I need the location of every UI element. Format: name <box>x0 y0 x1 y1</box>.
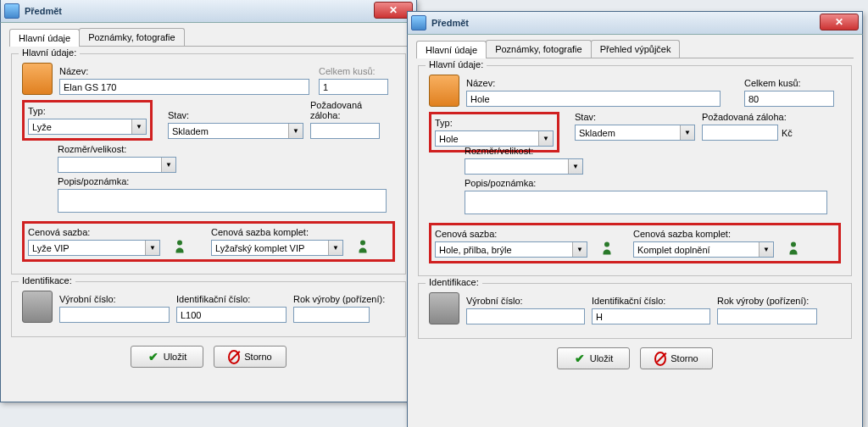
group-legend: Identifikace: <box>19 275 75 286</box>
rok-input[interactable] <box>717 308 817 324</box>
ident-input[interactable] <box>592 308 710 324</box>
cancel-button[interactable]: Storno <box>640 347 713 369</box>
item-icon <box>22 63 53 95</box>
ident-label: Identifikační číslo: <box>592 296 710 306</box>
cenova-komplet-select[interactable] <box>211 240 343 256</box>
tab-poznamky[interactable]: Poznámky, fotografie <box>486 40 592 58</box>
chevron-down-icon[interactable]: ▼ <box>680 125 694 140</box>
group-legend: Hlavní údaje: <box>19 47 80 58</box>
app-icon <box>4 3 19 19</box>
nazev-label: Název: <box>466 78 737 88</box>
typ-label: Typ: <box>28 106 147 116</box>
kusu-input[interactable] <box>744 91 834 107</box>
app-icon <box>411 15 426 30</box>
rozmer-label: Rozměr/velikost: <box>465 146 583 156</box>
save-button[interactable]: ✔Uložit <box>557 347 630 369</box>
popis-label: Popis/poznámka: <box>465 178 841 188</box>
cancel-label: Storno <box>244 352 271 362</box>
cancel-button[interactable]: Storno <box>214 346 287 368</box>
group-identifikace: Identifikace: Výrobní číslo: Identifikač… <box>11 281 406 337</box>
window-title: Předmět <box>431 18 469 28</box>
group-identifikace: Identifikace: Výrobní číslo: Identifikač… <box>418 283 852 339</box>
rozmer-select[interactable] <box>58 157 176 173</box>
dialog-predmet-left: Předmět ✕ Hlavní údaje Poznámky, fotogra… <box>0 0 417 402</box>
button-bar: ✔Uložit Storno <box>1 346 416 368</box>
tab-strip: Hlavní údaje Poznámky, fotografie <box>9 28 408 47</box>
tab-hlavni-udaje[interactable]: Hlavní údaje <box>9 29 80 47</box>
cenova-select[interactable] <box>435 241 587 258</box>
button-bar: ✔Uložit Storno <box>408 347 862 369</box>
rozmer-select[interactable] <box>465 158 583 175</box>
zaloha-label: Požadovaná záloha: <box>310 100 388 120</box>
save-label: Uložit <box>590 353 614 363</box>
chevron-down-icon[interactable]: ▼ <box>759 242 773 257</box>
person-icon[interactable] <box>353 237 372 256</box>
cancel-icon <box>654 352 666 364</box>
person-icon[interactable] <box>784 239 803 258</box>
nazev-input[interactable] <box>59 79 309 95</box>
save-button[interactable]: ✔Uložit <box>131 346 203 368</box>
cenova-komplet-select[interactable] <box>633 241 774 258</box>
cenova-komplet-label: Cenová sazba komplet: <box>211 227 343 237</box>
rok-input[interactable] <box>293 307 370 323</box>
group-legend: Identifikace: <box>426 277 482 287</box>
chevron-down-icon[interactable]: ▼ <box>538 131 553 146</box>
chevron-down-icon[interactable]: ▼ <box>288 124 303 138</box>
popis-input[interactable] <box>465 191 827 214</box>
ident-input[interactable] <box>176 307 287 323</box>
id-icon <box>429 292 459 324</box>
zaloha-input[interactable] <box>310 123 380 139</box>
group-hlavni-udaje: Hlavní údaje: Název: Celkem kusů: Typ: ▼ <box>418 65 852 276</box>
vyrob-input[interactable] <box>59 307 170 323</box>
tab-poznamky[interactable]: Poznámky, fotografie <box>79 28 185 46</box>
cancel-icon <box>228 351 240 363</box>
cenova-select[interactable] <box>28 240 160 256</box>
chevron-down-icon[interactable]: ▼ <box>568 159 582 174</box>
kusu-input[interactable] <box>319 79 388 95</box>
tab-hlavni-udaje[interactable]: Hlavní údaje <box>416 41 487 58</box>
save-label: Uložit <box>164 352 187 362</box>
rok-label: Rok výroby (pořízení): <box>717 296 817 306</box>
chevron-down-icon[interactable]: ▼ <box>161 158 175 172</box>
chevron-down-icon[interactable]: ▼ <box>131 119 146 134</box>
cancel-label: Storno <box>670 353 698 363</box>
nazev-input[interactable] <box>466 91 721 107</box>
typ-select[interactable] <box>435 130 554 147</box>
zaloha-input[interactable] <box>702 125 778 141</box>
stav-select[interactable] <box>168 123 303 139</box>
cenova-komplet-label: Cenová sazba komplet: <box>633 229 774 239</box>
close-button[interactable]: ✕ <box>820 14 859 30</box>
window-title: Předmět <box>25 6 62 16</box>
dialog-predmet-right: Předmět ✕ Hlavní údaje Poznámky, fotogra… <box>407 12 863 427</box>
group-hlavni-udaje: Hlavní údaje: Název: Celkem kusů: Typ: ▼ <box>11 53 406 274</box>
vyrob-label: Výrobní číslo: <box>59 294 170 304</box>
item-icon <box>429 75 459 107</box>
stav-label: Stav: <box>575 112 695 122</box>
group-legend: Hlavní údaje: <box>426 59 487 69</box>
vyrob-label: Výrobní číslo: <box>466 296 585 306</box>
chevron-down-icon[interactable]: ▼ <box>328 241 342 255</box>
popis-input[interactable] <box>58 189 387 213</box>
tab-prehled[interactable]: Přehled výpůjček <box>591 40 681 58</box>
highlight-typ: Typ: ▼ <box>22 100 153 141</box>
kusu-label: Celkem kusů: <box>319 66 388 76</box>
titlebar[interactable]: Předmět ✕ <box>0 0 417 23</box>
cenova-label: Cenová sazba: <box>28 227 160 237</box>
vyrob-input[interactable] <box>466 308 585 324</box>
ident-label: Identifikační číslo: <box>176 294 287 304</box>
titlebar[interactable]: Předmět ✕ <box>407 11 863 35</box>
popis-label: Popis/poznámka: <box>58 176 395 186</box>
stav-select[interactable] <box>575 125 695 141</box>
person-icon[interactable] <box>170 237 189 256</box>
highlight-cenova: Cenová sazba: ▼ Cenová sazba komplet: ▼ <box>429 223 841 263</box>
id-icon <box>22 291 53 323</box>
typ-label: Typ: <box>435 118 554 128</box>
chevron-down-icon[interactable]: ▼ <box>572 242 587 257</box>
chevron-down-icon[interactable]: ▼ <box>145 241 159 255</box>
highlight-typ: Typ: ▼ <box>429 112 559 152</box>
highlight-cenova: Cenová sazba: ▼ Cenová sazba komplet: ▼ <box>22 221 395 262</box>
kusu-label: Celkem kusů: <box>744 78 834 88</box>
zaloha-label: Požadovaná záloha: <box>702 112 793 122</box>
person-icon[interactable] <box>598 239 616 258</box>
typ-select[interactable] <box>28 119 147 135</box>
